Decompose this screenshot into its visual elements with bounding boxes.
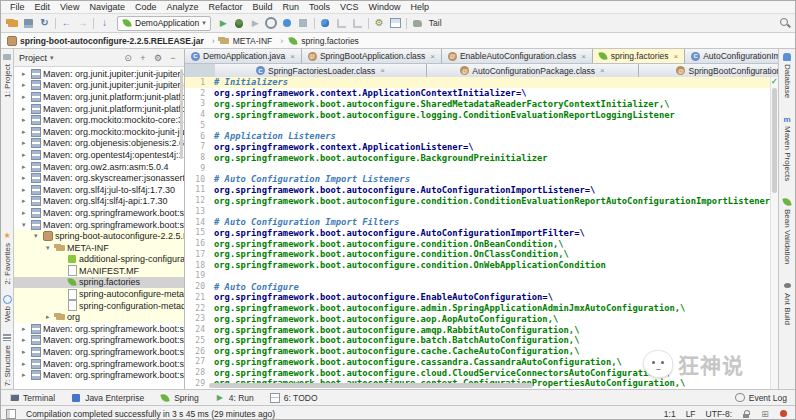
chevron-icon[interactable] [34,232,41,240]
close-tab-icon[interactable] [380,66,385,75]
stop-icon[interactable] [296,16,311,30]
event-log-button[interactable]: Event Log [735,393,787,403]
tree-row[interactable]: Maven: org.slf4j:jul-to-slf4j:1.7.30 [14,184,184,196]
run-icon[interactable] [216,16,231,30]
tool-window-button[interactable]: Web [2,294,12,322]
tree-row[interactable]: Maven: org.opentest4j:opentest4j:1.2.0 [14,149,184,161]
chevron-icon[interactable] [22,360,29,368]
menu-item[interactable]: Refactor [203,2,247,12]
tool-window-button[interactable]: Ant Build [782,281,792,325]
chevron-icon[interactable] [22,128,29,136]
tree-row[interactable]: Maven: org.junit.jupiter:junit-jupiter-e… [14,68,184,80]
tree-row[interactable]: Maven: org.junit.jupiter:junit-jupiter-p… [14,80,184,92]
chevron-icon[interactable] [22,93,29,101]
chevron-icon[interactable] [22,348,29,356]
tree-row[interactable]: META-INF [14,242,184,254]
chevron-icon[interactable] [22,105,29,113]
tree-row[interactable]: Maven: org.junit.platform:junit-platform… [14,103,184,115]
tree-row[interactable]: Maven: org.skyscreamer:jsonassert:1.5.0 [14,172,184,184]
project-tree[interactable]: Maven: org.junit.jupiter:junit-jupiter-e… [14,67,184,389]
editor-tab[interactable]: EnableAutoConfiguration.class [442,49,593,63]
editor-tab[interactable]: SpringFactoriesLoader.class [215,64,427,77]
project-tree-scrollbar[interactable] [180,69,183,159]
editor-tab[interactable]: SpringBootConfiguration.class [639,64,778,77]
breadcrumb-item[interactable]: META-INF [220,36,289,46]
caret-position[interactable]: 1:1 [664,409,676,419]
tool-window-button[interactable]: Bean Validation [782,197,792,264]
editor-tab[interactable]: spring.factories [593,49,685,63]
chevron-icon[interactable] [22,116,29,124]
restore-layout-2-icon[interactable] [350,16,365,30]
menu-item[interactable]: VCS [335,2,364,12]
tool-window-button[interactable]: 6: TODO [270,393,318,403]
save-all-icon[interactable] [21,16,36,30]
menu-item[interactable]: Build [247,2,277,12]
project-panel-title[interactable]: Project [19,53,47,63]
menu-item[interactable]: Window [364,2,406,12]
tree-row[interactable]: Maven: org.springframework.boot:sprin [14,369,184,381]
chevron-icon[interactable] [22,197,29,205]
close-tab-icon[interactable] [290,52,295,61]
chevron-icon[interactable] [22,186,29,194]
editor-horizontal-scrollbar[interactable] [209,383,768,388]
horizontal-scroll-thumb[interactable] [209,383,533,388]
chevron-icon[interactable] [46,244,53,252]
tool-window-button[interactable]: 4: Run [215,393,254,403]
line-separator[interactable]: LF [686,409,696,419]
close-tab-icon[interactable] [600,66,605,75]
sync-icon[interactable] [37,16,52,30]
editor-tab[interactable]: AutoConfigurationPackage.class [427,64,639,77]
vertical-scroll-thumb[interactable] [772,88,777,193]
tree-row[interactable]: Maven: org.springframework.boot:sprin [14,323,184,335]
compile-icon[interactable] [97,16,112,30]
chevron-icon[interactable] [22,221,29,229]
workspace-icon[interactable] [6,409,16,419]
tree-row[interactable]: org [14,311,184,323]
readonly-lock-icon[interactable] [742,410,750,418]
tree-row[interactable]: Maven: org.ow2.asm:asm:5.0.4 [14,161,184,173]
restore-layout-icon[interactable] [334,16,349,30]
menu-item[interactable]: Navigate [84,2,130,12]
gear-icon[interactable]: ⚙ [152,53,164,63]
file-encoding[interactable]: UTF-8: [706,409,732,419]
close-tab-icon[interactable] [674,52,679,61]
tree-row[interactable]: Maven: org.springframework.boot:sprin [14,335,184,347]
locate-file-icon[interactable]: ⊙ [122,53,134,63]
tree-row[interactable]: spring.factories [14,277,184,289]
settings-key-icon[interactable] [372,16,387,30]
menu-item[interactable]: Run [278,2,305,12]
notifications-icon[interactable] [780,410,787,417]
chevron-icon[interactable] [22,70,29,78]
chevron-icon[interactable] [46,313,53,321]
tool-window-button[interactable]: Spring [160,393,199,403]
editor-vertical-scrollbar[interactable]: ✓ [770,77,778,389]
tree-row[interactable]: spring-configuration-metadata [14,300,184,312]
close-tab-icon[interactable] [581,52,586,61]
tree-row[interactable]: spring-boot-autoconfigure-2.2.5.RELE [14,230,184,242]
breadcrumb-item[interactable]: spring.factories [288,36,362,46]
tree-row[interactable]: Maven: org.springframework.boot:sprin [14,207,184,219]
menu-item[interactable]: Edit [30,2,56,12]
menu-item[interactable]: Code [130,2,162,12]
tree-row[interactable]: Maven: org.junit.platform:junit-platform… [14,91,184,103]
tree-row[interactable]: MANIFEST.MF [14,265,184,277]
tool-window-button[interactable]: Terminal [9,393,55,403]
menu-item[interactable]: File [5,2,30,12]
changes-icon[interactable] [388,16,403,30]
open-project-icon[interactable] [5,16,20,30]
tool-window-button[interactable]: Java Enterprise [71,393,144,403]
tail-icon[interactable] [410,16,425,30]
chevron-icon[interactable] [22,325,29,333]
search-icon[interactable] [779,17,791,29]
chevron-icon[interactable] [22,174,29,182]
coverage-icon[interactable] [248,16,263,30]
tool-window-button[interactable]: 2: Favorites [2,231,12,285]
debug-icon[interactable] [232,16,247,30]
indent-grid-icon[interactable] [760,409,770,419]
menu-item[interactable]: View [55,2,84,12]
tree-row[interactable]: Maven: org.objenesis:objenesis:2.6 [14,138,184,150]
breadcrumb-item[interactable]: spring-boot-autoconfigure-2.2.5.RELEASE.… [7,36,220,46]
tree-row[interactable]: Maven: org.springframework.boot:sprin [14,358,184,370]
tree-row[interactable]: Maven: org.mockito:mockito-core:3.1.0 [14,114,184,126]
chevron-icon[interactable] [22,163,29,171]
